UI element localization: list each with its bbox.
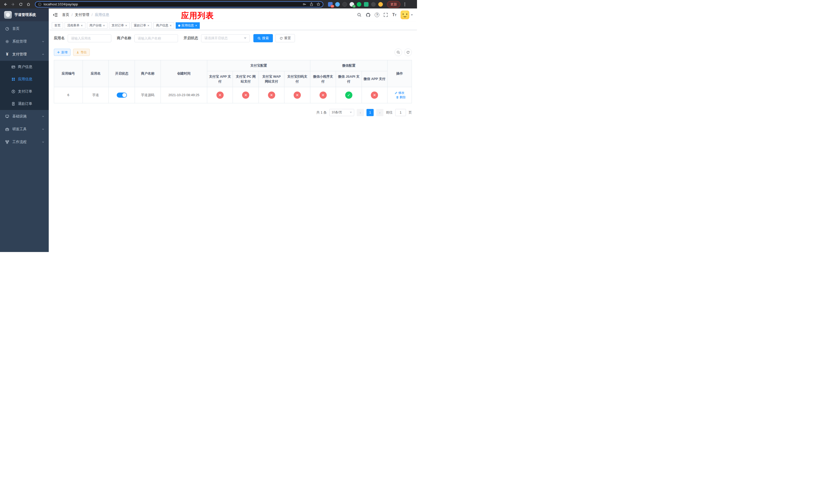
extension-icon-4[interactable]: 1	[350, 2, 354, 7]
plus-icon	[57, 51, 60, 54]
merchant-name-input[interactable]	[134, 35, 178, 42]
page-size-select[interactable]: 10条/页	[329, 109, 354, 116]
cell-app-name: 芋道	[83, 87, 109, 103]
chevron-down-icon	[42, 140, 45, 143]
page-title: 应用列表	[181, 10, 214, 21]
home-icon[interactable]	[25, 1, 32, 8]
sidebar-item-pay-order[interactable]: 支付订单	[0, 85, 49, 98]
alipay-app-status-icon	[216, 92, 224, 99]
pay-order-icon	[11, 90, 15, 94]
sidebar-item-payment[interactable]: ¥ 支付管理	[0, 48, 49, 61]
tab-refund-order[interactable]: 退款订单×	[131, 22, 152, 29]
pencil-icon	[395, 92, 397, 94]
goto-prefix: 前往	[386, 110, 393, 115]
breadcrumb-section[interactable]: 支付管理	[75, 13, 89, 17]
close-icon[interactable]: ×	[81, 24, 83, 27]
col-created: 创建时间	[160, 60, 207, 87]
extension-icon-8[interactable]	[378, 2, 383, 7]
extension-icon-6[interactable]	[364, 2, 369, 7]
app-name-label: 应用名	[54, 36, 65, 41]
cell-actions: 修改 删除	[388, 87, 412, 103]
col-merchant: 商户名称	[135, 60, 160, 87]
help-icon[interactable]: ?	[375, 13, 379, 17]
breadcrumb-home[interactable]: 首页	[62, 13, 69, 17]
site-info-icon[interactable]	[38, 3, 42, 6]
extension-icon-1[interactable]: 10	[328, 2, 333, 7]
extension-icon-5[interactable]	[357, 2, 361, 7]
github-icon[interactable]	[366, 13, 371, 18]
edit-link[interactable]: 修改	[395, 91, 404, 95]
search-button[interactable]: 搜索	[254, 34, 273, 42]
chrome-update-button[interactable]: 更新	[387, 1, 400, 8]
add-button[interactable]: 新增	[54, 49, 70, 56]
export-button[interactable]: 导出	[73, 49, 90, 56]
sidebar-item-app-info[interactable]: 应用信息	[0, 73, 49, 85]
tab-pay-order[interactable]: 支付订单×	[109, 22, 130, 29]
delete-link[interactable]: 删除	[396, 95, 406, 99]
sidebar-item-merchant-info[interactable]: 商户信息	[0, 61, 49, 73]
share-icon[interactable]	[310, 2, 313, 6]
font-size-icon[interactable]: TT	[392, 13, 396, 17]
reset-button[interactable]: 重置	[276, 34, 295, 42]
chevron-up-icon	[42, 53, 45, 56]
avatar	[401, 10, 409, 19]
app-logo[interactable]: 芋道管理系统	[0, 8, 49, 21]
close-icon[interactable]: ×	[195, 24, 197, 27]
monitor-icon	[5, 114, 9, 118]
user-menu[interactable]	[401, 10, 413, 19]
app-title: 芋道管理系统	[14, 13, 36, 17]
gear-icon	[5, 40, 9, 44]
close-icon[interactable]: ×	[103, 24, 105, 27]
group-wechat-config: 微信配置	[310, 60, 387, 71]
extension-icon-2[interactable]	[335, 2, 340, 7]
browser-menu-icon[interactable]	[403, 3, 407, 6]
tab-process-form[interactable]: 流程表单×	[65, 22, 85, 29]
status-toggle[interactable]	[117, 93, 127, 98]
toggle-search-button[interactable]	[394, 48, 402, 56]
sidebar-item-infra[interactable]: 基础设施	[0, 110, 49, 123]
yen-icon: ¥	[5, 52, 9, 56]
header-search-icon[interactable]	[357, 13, 361, 17]
tab-merchant-info[interactable]: 商户信息×	[153, 22, 174, 29]
logo-image	[4, 11, 12, 19]
tab-user-group[interactable]: 用户分组×	[87, 22, 108, 29]
app-name-input[interactable]	[68, 35, 111, 42]
status-select[interactable]: 请选择开启状态	[201, 35, 250, 42]
address-bar[interactable]: localhost:1024/pay/app	[35, 1, 323, 7]
chevron-down-icon	[411, 14, 413, 16]
grid-icon	[11, 77, 15, 81]
fullscreen-icon[interactable]	[383, 13, 388, 17]
document-icon	[11, 102, 15, 106]
sidebar-item-system[interactable]: 系统管理	[0, 35, 49, 48]
extension-icon-7[interactable]	[371, 2, 376, 7]
close-icon[interactable]: ×	[148, 24, 150, 27]
tab-app-info[interactable]: 应用信息×	[176, 22, 200, 29]
wechat-mini-status-icon	[320, 92, 327, 99]
sidebar-item-workflow[interactable]: 工作流程	[0, 136, 49, 148]
goto-page-input[interactable]	[395, 109, 406, 116]
refresh-table-button[interactable]	[404, 48, 412, 56]
sidebar-item-refund-order[interactable]: 退款订单	[0, 98, 49, 110]
browser-toolbar: localhost:1024/pay/app 10 1 更新	[0, 0, 417, 8]
password-key-icon[interactable]	[303, 2, 306, 6]
extensions-area: 10 1	[328, 2, 383, 7]
back-icon[interactable]	[2, 1, 9, 8]
sidebar-item-home[interactable]: 首页	[0, 22, 49, 35]
next-page-button[interactable]: ›	[376, 109, 383, 116]
forward-icon[interactable]	[10, 1, 16, 8]
extension-icon-3[interactable]	[343, 2, 347, 7]
sidebar-item-devtools[interactable]: 研发工具	[0, 123, 49, 136]
close-icon[interactable]: ×	[170, 24, 172, 27]
close-icon[interactable]: ×	[125, 24, 127, 27]
cell-created: 2021-10-23 08:49:25	[160, 87, 207, 103]
sidebar-collapse-icon[interactable]	[53, 12, 58, 18]
page-number-current[interactable]: 1	[367, 109, 374, 116]
reload-icon[interactable]	[18, 1, 24, 8]
col-alipay-wap: 支付宝 WAP 网站支付	[259, 71, 284, 87]
bookmark-star-icon[interactable]	[316, 2, 320, 6]
chevron-down-icon	[42, 115, 45, 118]
prev-page-button[interactable]: ‹	[357, 109, 364, 116]
tab-home[interactable]: 首页	[52, 22, 63, 29]
payment-submenu: 商户信息 应用信息 支付订单 退款订单	[0, 61, 49, 110]
page-content: 应用名 商户名称 开启状态 请选择开启状态 搜索 重置	[49, 30, 417, 252]
